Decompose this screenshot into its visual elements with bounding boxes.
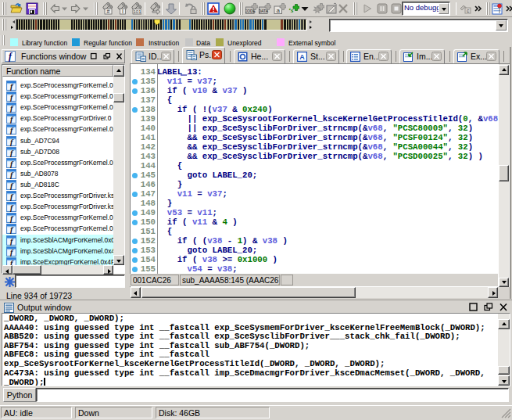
svg-text:I: I [122,9,124,14]
svg-text:A: A [299,53,305,61]
svg-text:#: # [107,9,110,14]
svg-text:101: 101 [133,9,141,14]
